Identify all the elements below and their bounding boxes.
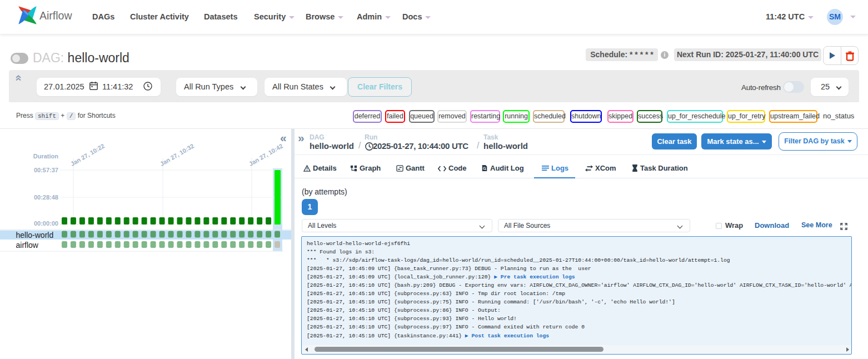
svg-text:Jan 27, 10:32: Jan 27, 10:32 bbox=[159, 142, 195, 167]
svg-text:00:57:37: 00:57:37 bbox=[34, 167, 58, 173]
svg-text:Duration: Duration bbox=[33, 153, 59, 159]
svg-text:00:00:00: 00:00:00 bbox=[34, 220, 58, 227]
svg-text:00:28:48: 00:28:48 bbox=[34, 194, 58, 201]
svg-text:Jan 27, 10:22: Jan 27, 10:22 bbox=[69, 142, 106, 167]
svg-text:airflow: airflow bbox=[16, 241, 39, 250]
svg-text:Jan 27, 10:42: Jan 27, 10:42 bbox=[248, 142, 284, 167]
svg-text:hello-world: hello-world bbox=[16, 231, 54, 240]
